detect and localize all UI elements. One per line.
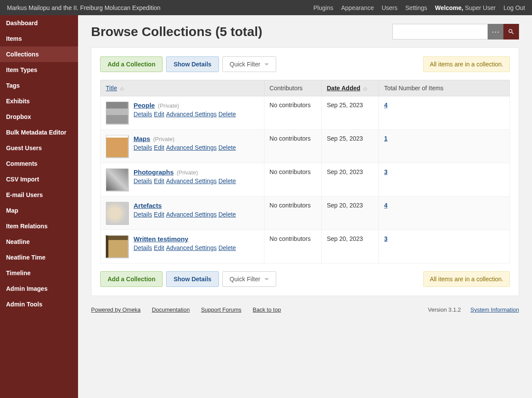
collection-thumbnail[interactable] <box>106 102 128 124</box>
contributors-cell: No contributors <box>264 163 321 197</box>
welcome-text: Welcome, Super User <box>435 4 496 11</box>
sidebar-item-item-relations[interactable]: Item Relations <box>0 218 78 234</box>
details-link[interactable]: Details <box>134 178 152 184</box>
topbar-links: Plugins Appearance Users Settings Welcom… <box>313 4 525 11</box>
sidebar: DashboardItemsCollectionsItem TypesTagsE… <box>0 15 78 398</box>
advanced-settings-link[interactable]: Advanced Settings <box>166 144 217 151</box>
contributors-cell: No contributors <box>264 197 321 230</box>
search-input[interactable] <box>392 24 488 39</box>
details-link[interactable]: Details <box>134 211 152 218</box>
item-count-link[interactable]: 3 <box>384 168 388 175</box>
sidebar-item-map[interactable]: Map <box>0 203 78 218</box>
advanced-settings-link[interactable]: Advanced Settings <box>166 178 217 184</box>
sidebar-item-guest-users[interactable]: Guest Users <box>0 140 78 156</box>
footer-sysinfo-link[interactable]: System Information <box>470 306 519 313</box>
date-cell: Sep 25, 2023 <box>321 130 379 163</box>
col-date-added[interactable]: Date Added ◇ <box>321 80 379 96</box>
collections-table: Title ◇ Contributors Date Added ◇ Total … <box>100 80 510 263</box>
advanced-settings-link[interactable]: Advanced Settings <box>166 111 217 118</box>
quick-filter-dropdown[interactable]: Quick Filter <box>222 271 277 287</box>
nav-users[interactable]: Users <box>382 4 398 11</box>
quick-filter-dropdown[interactable]: Quick Filter <box>222 56 277 72</box>
sidebar-item-admin-tools[interactable]: Admin Tools <box>0 296 78 312</box>
sidebar-item-timeline[interactable]: Timeline <box>0 265 78 281</box>
edit-link[interactable]: Edit <box>154 244 164 251</box>
table-row: Written testimonyDetailsEditAdvanced Set… <box>101 230 510 263</box>
delete-link[interactable]: Delete <box>219 211 236 218</box>
sidebar-item-csv-import[interactable]: CSV Import <box>0 171 78 187</box>
delete-link[interactable]: Delete <box>219 178 236 184</box>
collection-title-link[interactable]: Artefacts <box>134 202 162 209</box>
sidebar-item-collections[interactable]: Collections <box>0 46 78 62</box>
item-count-link[interactable]: 4 <box>384 202 388 209</box>
search-submit-button[interactable] <box>503 24 519 39</box>
edit-link[interactable]: Edit <box>154 111 164 118</box>
nav-settings[interactable]: Settings <box>405 4 428 11</box>
edit-link[interactable]: Edit <box>154 178 164 184</box>
collection-thumbnail[interactable] <box>106 235 128 258</box>
table-row: ArtefactsDetailsEditAdvanced SettingsDel… <box>101 197 510 230</box>
table-row: Photographs (Private)DetailsEditAdvanced… <box>101 163 510 197</box>
content-panel: Add a Collection Show Details Quick Filt… <box>91 47 519 296</box>
collection-title-link[interactable]: Photographs <box>134 168 174 176</box>
logout-link[interactable]: Log Out <box>503 4 525 11</box>
item-count-link[interactable]: 1 <box>384 135 388 142</box>
collection-title-link[interactable]: People <box>134 102 155 109</box>
sidebar-item-admin-images[interactable]: Admin Images <box>0 281 78 296</box>
show-details-button[interactable]: Show Details <box>166 56 219 72</box>
collection-thumbnail[interactable] <box>106 168 128 191</box>
footer: Powered by Omeka Documentation Support F… <box>91 296 519 317</box>
contributors-cell: No contributors <box>264 230 321 263</box>
search-advanced-button[interactable]: ⋯ <box>488 24 503 39</box>
sidebar-item-bulk-metadata-editor[interactable]: Bulk Metadata Editor <box>0 125 78 140</box>
footer-powered-link[interactable]: Powered by Omeka <box>91 306 140 313</box>
collection-thumbnail[interactable] <box>106 135 128 158</box>
advanced-settings-link[interactable]: Advanced Settings <box>166 211 217 218</box>
status-notice: All items are in a collection. <box>423 271 510 287</box>
item-count-link[interactable]: 4 <box>384 102 388 109</box>
details-link[interactable]: Details <box>134 144 152 151</box>
toolbar-top: Add a Collection Show Details Quick Filt… <box>100 56 510 72</box>
footer-backtotop-link[interactable]: Back to top <box>253 306 281 313</box>
footer-support-link[interactable]: Support Forums <box>201 306 242 313</box>
advanced-settings-link[interactable]: Advanced Settings <box>166 244 217 251</box>
col-total-items: Total Number of Items <box>379 80 509 96</box>
site-title-link[interactable]: Markus Mailopu and the II. Freiburg Molu… <box>7 4 313 11</box>
sidebar-item-e-mail-users[interactable]: E-mail Users <box>0 187 78 203</box>
collection-title-link[interactable]: Written testimony <box>134 235 188 243</box>
private-badge: (Private) <box>158 102 179 109</box>
sidebar-item-items[interactable]: Items <box>0 31 78 46</box>
sidebar-item-neatline[interactable]: Neatline <box>0 234 78 250</box>
nav-appearance[interactable]: Appearance <box>341 4 374 11</box>
sidebar-item-tags[interactable]: Tags <box>0 78 78 93</box>
table-row: Maps (Private)DetailsEditAdvanced Settin… <box>101 130 510 163</box>
sidebar-item-exhibits[interactable]: Exhibits <box>0 93 78 109</box>
sidebar-item-dropbox[interactable]: Dropbox <box>0 109 78 125</box>
details-link[interactable]: Details <box>134 111 152 118</box>
nav-plugins[interactable]: Plugins <box>313 4 333 11</box>
delete-link[interactable]: Delete <box>219 111 236 118</box>
delete-link[interactable]: Delete <box>219 244 236 251</box>
sidebar-item-item-types[interactable]: Item Types <box>0 62 78 78</box>
collection-title-link[interactable]: Maps <box>134 135 150 142</box>
private-badge: (Private) <box>153 136 174 142</box>
footer-docs-link[interactable]: Documentation <box>152 306 189 313</box>
edit-link[interactable]: Edit <box>154 211 164 218</box>
table-row: People (Private)DetailsEditAdvanced Sett… <box>101 96 510 130</box>
details-link[interactable]: Details <box>134 244 152 251</box>
delete-link[interactable]: Delete <box>219 144 236 151</box>
sidebar-item-comments[interactable]: Comments <box>0 156 78 171</box>
item-count-link[interactable]: 3 <box>384 235 388 242</box>
topbar: Markus Mailopu and the II. Freiburg Molu… <box>0 0 532 15</box>
sidebar-item-neatline-time[interactable]: Neatline Time <box>0 250 78 265</box>
collection-thumbnail[interactable] <box>106 202 128 224</box>
edit-link[interactable]: Edit <box>154 144 164 151</box>
show-details-button[interactable]: Show Details <box>166 271 219 287</box>
search-icon <box>508 28 515 35</box>
footer-version: Version 3.1.2 <box>428 306 461 313</box>
add-collection-button[interactable]: Add a Collection <box>100 271 163 287</box>
sidebar-item-dashboard[interactable]: Dashboard <box>0 15 78 31</box>
add-collection-button[interactable]: Add a Collection <box>100 56 163 72</box>
col-title[interactable]: Title ◇ <box>101 80 264 96</box>
date-cell: Sep 20, 2023 <box>321 163 379 197</box>
